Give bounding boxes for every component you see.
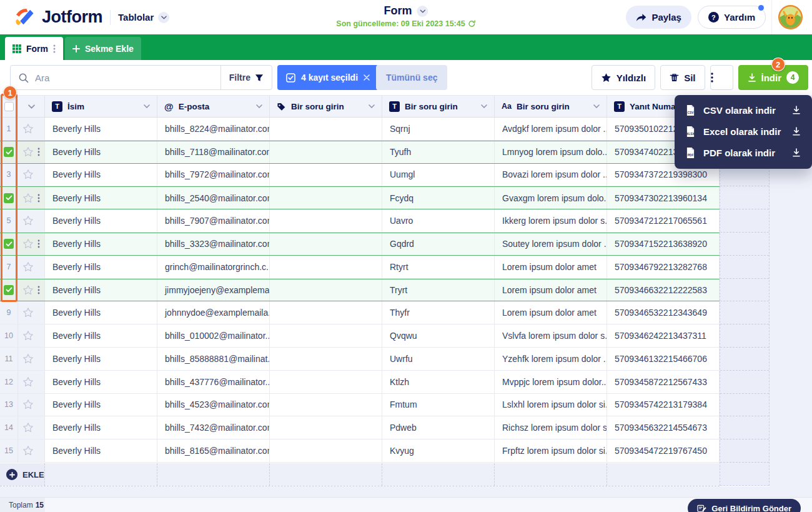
row-checkbox-checked[interactable] [4,239,14,249]
table-row[interactable]: Beverly Hillsbhills_2540@mailinator.comF… [0,186,720,209]
cell-email[interactable]: bhills_85888881@mailinat... [157,348,270,370]
star-icon[interactable] [22,261,34,273]
cell-q1[interactable] [270,187,382,209]
star-icon[interactable] [22,445,34,456]
cell-answer[interactable]: 5709347212217065561 [607,209,720,232]
cell-answer[interactable]: 5709346632212222583 [607,279,720,301]
row-menu-icon[interactable] [37,239,40,248]
help-button[interactable]: ? Yardım [698,6,766,29]
column-header-3[interactable]: Bir soru girin [270,96,382,117]
jotform-logo-icon[interactable] [14,7,34,28]
table-row[interactable]: 15Beverly Hillsbhills_8165@mailinator.co… [0,439,720,463]
cell-q1[interactable] [270,416,382,439]
cell-q2[interactable]: Uwrfu [382,348,495,370]
row-select-cell[interactable]: 7 [0,256,18,278]
cell-q2[interactable]: Gqdrd [382,233,495,255]
cell-q3[interactable]: Lorem ipsum dolor amet [495,279,607,301]
cell-name[interactable]: Beverly Hills [45,439,157,462]
table-row[interactable]: Beverly Hillsjimmyjoejeny@examplema...Tr… [0,279,720,302]
cell-name[interactable]: Beverly Hills [45,416,157,439]
cell-q1[interactable] [270,371,382,393]
column-header-1[interactable]: Tİsim [45,96,157,117]
cell-q2[interactable]: Sqrnj [382,118,495,140]
row-select-cell[interactable]: 1 [0,118,18,140]
row-select-cell[interactable]: 3 [0,164,18,186]
cell-q1[interactable] [270,394,382,416]
menu-item-xlsx[interactable]: XLSXExcel olarak indir [675,121,812,142]
row-select-cell[interactable] [0,141,18,163]
cell-email[interactable]: bhills_7118@mailinator.com [157,141,270,163]
row-menu-icon[interactable] [37,286,40,294]
star-icon[interactable] [22,238,34,249]
cell-q1[interactable] [270,118,382,140]
delete-button[interactable]: Sil [660,65,705,90]
tab-menu-icon[interactable] [53,44,56,53]
column-header-2[interactable]: @E-posta [157,96,270,117]
row-select-cell[interactable] [0,233,18,255]
cell-name[interactable]: Beverly Hills [45,256,157,278]
cell-q3[interactable]: Lmnyog lorem ipsum dolo... [495,141,607,163]
share-button[interactable]: Paylaş [626,6,691,29]
row-select-cell[interactable]: 5 [0,209,18,232]
selected-records-button[interactable]: 4 kayıt seçildi [277,65,379,90]
star-icon[interactable] [22,353,34,364]
cell-email[interactable]: bhills_3323@mailinator.com [157,233,270,255]
row-menu-icon[interactable] [37,148,40,156]
cell-name[interactable]: Beverly Hills [45,371,157,393]
add-tab-button[interactable]: Sekme Ekle [65,37,141,60]
cell-q2[interactable]: Uumgl [382,164,495,186]
cell-q3[interactable]: Lorem ipsum dolor amet [495,301,607,324]
row-checkbox-checked[interactable] [4,285,14,295]
cell-email[interactable]: bhills_7432@mailinator.com [157,416,270,439]
row-select-cell[interactable]: 12 [0,371,18,393]
row-checkbox-checked[interactable] [4,147,14,157]
cell-name[interactable]: Beverly Hills [45,141,157,163]
cell-name[interactable]: Beverly Hills [45,279,157,301]
cell-answer[interactable]: 5709346792213282768 [607,256,720,278]
chevron-down-icon[interactable] [369,104,375,108]
cell-answer[interactable]: 5709345872212567433 [607,371,720,393]
row-select-cell[interactable]: 14 [0,416,18,439]
cell-name[interactable]: Beverly Hills [45,164,157,186]
cell-q3[interactable]: Lslxhl lorem ipsum dolor si... [495,394,607,416]
cell-q1[interactable] [270,324,382,347]
select-all-checkbox[interactable] [4,102,14,111]
title-chevron-down-icon[interactable] [417,6,428,17]
filter-button[interactable]: Filtre [220,66,272,89]
cell-email[interactable]: bhills_2540@mailinator.com [157,187,270,209]
cell-answer[interactable]: 5709346242213437311 [607,324,720,347]
more-actions-button[interactable] [710,65,733,90]
column-header-5[interactable]: AaBir soru girin [495,96,607,117]
cell-name[interactable]: Beverly Hills [45,324,157,347]
chevron-down-icon[interactable] [256,104,262,108]
cell-q3[interactable]: Richsz lorem ipsum dolor s... [495,416,607,439]
cell-q2[interactable]: Pdweb [382,416,495,439]
star-icon[interactable] [22,193,34,204]
cell-q1[interactable] [270,209,382,232]
table-row[interactable]: 12Beverly Hillsbhills_437776@mailinator.… [0,371,720,394]
cell-q3[interactable]: Vslvfa lorem ipsum dolor s... [495,324,607,347]
table-row[interactable]: 10Beverly Hillsbhills_010002@mailinator.… [0,324,720,348]
cell-q1[interactable] [270,256,382,278]
star-icon[interactable] [22,376,34,388]
cell-q3[interactable]: Avdgkf lorem ipsum dolor ... [495,118,607,140]
cell-name[interactable]: Beverly Hills [45,301,157,324]
table-row[interactable]: 9Beverly Hillsjohnnydoe@examplemaila....… [0,301,720,324]
star-icon[interactable] [22,169,34,180]
cell-q1[interactable] [270,301,382,324]
cell-email[interactable]: bhills_8165@mailinator.com [157,439,270,462]
cell-email[interactable]: jimmyjoejeny@examplema... [157,279,270,301]
star-icon[interactable] [22,330,34,341]
menu-item-csv[interactable]: CSVCSV olarak indir [675,99,812,121]
cell-q3[interactable]: Soutey lorem ipsum dolor ... [495,233,607,255]
cell-email[interactable]: bhills_8224@mailinator.com [157,118,270,140]
cell-q2[interactable]: Qvqwu [382,324,495,347]
cell-answer[interactable]: 5709347152213638920 [607,233,720,255]
add-record-button[interactable]: EKLE [0,463,45,486]
star-icon[interactable] [22,146,34,158]
cell-email[interactable]: bhills_7907@mailinator.com [157,209,270,232]
search-input[interactable] [29,73,220,83]
table-row[interactable]: Beverly Hillsbhills_7118@mailinator.comT… [0,141,720,164]
tab-form[interactable]: Form [5,37,63,60]
cell-q1[interactable] [270,348,382,370]
